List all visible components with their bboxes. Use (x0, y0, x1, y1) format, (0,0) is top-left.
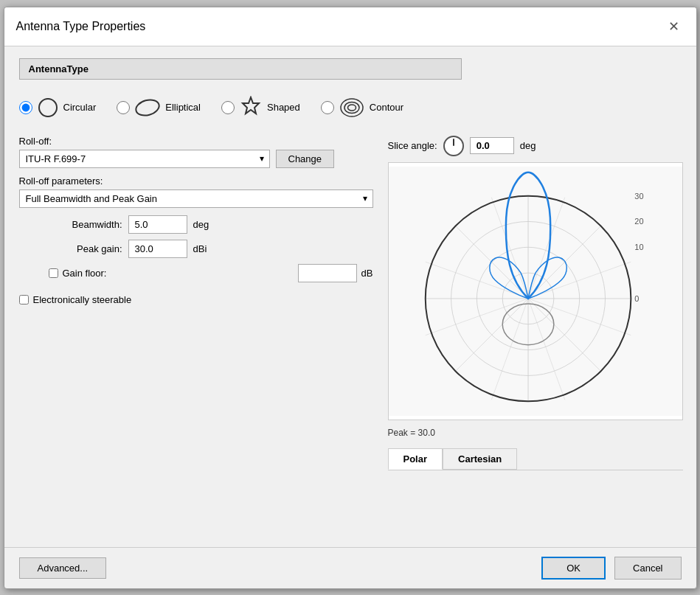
slice-angle-unit: deg (520, 140, 536, 151)
main-content: Roll-off: ITU-R F.699-7 Change Roll-off … (19, 136, 682, 535)
radio-shaped[interactable] (221, 101, 235, 114)
radio-circular-label: Circular (63, 102, 97, 113)
rolloff-row: ITU-R F.699-7 Change (19, 150, 373, 168)
chart-tabs: Polar Cartesian (388, 448, 683, 470)
rolloff-params-label: Roll-off parameters: (19, 175, 373, 187)
shaped-icon (239, 96, 263, 119)
slice-angle-input[interactable] (470, 137, 514, 154)
right-panel: Slice angle: deg (388, 136, 683, 535)
radio-elliptical-label: Elliptical (165, 102, 201, 113)
dialog: Antenna Type Properties ✕ AntennaType Ci… (4, 7, 697, 589)
tab-cartesian[interactable]: Cartesian (443, 448, 517, 470)
beamwidth-row: Beamwidth: deg (49, 215, 373, 234)
gain-floor-unit: dB (361, 268, 373, 279)
advanced-button[interactable]: Advanced... (19, 557, 107, 579)
beamwidth-unit: deg (193, 219, 209, 230)
svg-point-0 (39, 99, 57, 116)
svg-text:0: 0 (634, 293, 639, 302)
dialog-title: Antenna Type Properties (16, 20, 146, 33)
tab-polar[interactable]: Polar (388, 448, 443, 470)
electronically-steerable-row: Electronically steerable (19, 294, 373, 305)
gain-floor-label: Gain floor: (63, 268, 107, 279)
rolloff-params-select-wrapper[interactable]: Full Beamwidth and Peak Gain (19, 189, 373, 208)
change-button[interactable]: Change (276, 150, 335, 168)
svg-text:20: 20 (634, 217, 643, 226)
peak-gain-unit: dBi (193, 243, 207, 254)
rolloff-params-group: Roll-off parameters: Full Beamwidth and … (19, 175, 373, 208)
antenna-type-label: AntennaType (19, 58, 462, 80)
electronically-steerable-checkbox[interactable] (19, 295, 29, 305)
svg-text:30: 30 (634, 191, 643, 200)
rolloff-label: Roll-off: (19, 136, 373, 147)
radio-group-contour[interactable]: Contour (321, 94, 403, 121)
dialog-footer: Advanced... OK Cancel (4, 547, 696, 588)
antenna-type-radio-row: Circular Elliptical (19, 88, 682, 127)
radio-group-circular[interactable]: Circular (19, 97, 97, 119)
cancel-button[interactable]: Cancel (614, 557, 681, 580)
params-grid: Beamwidth: deg Peak gain: dBi Gain floor… (19, 215, 373, 282)
dialog-body: AntennaType Circular (4, 46, 696, 547)
elliptical-icon (134, 97, 161, 118)
polar-chart-svg: 30 20 10 0 (389, 163, 682, 420)
polar-chart: 30 20 10 0 (388, 162, 683, 420)
rolloff-select[interactable]: ITU-R F.699-7 (19, 150, 270, 168)
svg-marker-2 (243, 97, 259, 114)
close-button[interactable]: ✕ (664, 16, 685, 37)
slice-angle-row: Slice angle: deg (388, 136, 683, 156)
rolloff-group: Roll-off: ITU-R F.699-7 Change (19, 136, 373, 168)
electronically-steerable-label: Electronically steerable (33, 294, 132, 305)
ok-button[interactable]: OK (541, 557, 606, 580)
beamwidth-input[interactable] (128, 215, 187, 234)
radio-elliptical[interactable] (117, 101, 130, 114)
contour-icon (339, 94, 365, 121)
slice-angle-label: Slice angle: (388, 140, 437, 151)
gain-floor-row: Gain floor: dB (49, 264, 373, 282)
gain-floor-input[interactable] (298, 264, 357, 282)
footer-buttons: OK Cancel (541, 557, 681, 580)
left-panel: Roll-off: ITU-R F.699-7 Change Roll-off … (19, 136, 373, 535)
svg-point-4 (344, 102, 359, 113)
rolloff-select-wrapper[interactable]: ITU-R F.699-7 (19, 150, 270, 168)
radio-contour[interactable] (321, 101, 334, 114)
peak-gain-row: Peak gain: dBi (49, 240, 373, 258)
svg-point-1 (134, 97, 161, 118)
rolloff-params-select[interactable]: Full Beamwidth and Peak Gain (19, 189, 373, 208)
radio-group-elliptical[interactable]: Elliptical (117, 97, 201, 118)
radio-group-shaped[interactable]: Shaped (221, 96, 300, 119)
circular-icon (37, 97, 59, 119)
radio-shaped-label: Shaped (267, 102, 300, 113)
peak-gain-label: Peak gain: (49, 243, 122, 254)
svg-point-5 (347, 105, 356, 111)
beamwidth-label: Beamwidth: (49, 219, 122, 230)
radio-circular[interactable] (19, 101, 32, 114)
title-bar: Antenna Type Properties ✕ (4, 7, 696, 46)
slice-angle-dial[interactable] (443, 136, 464, 156)
radio-contour-label: Contour (370, 102, 403, 113)
peak-label: Peak = 30.0 (388, 426, 683, 439)
peak-gain-input[interactable] (128, 240, 187, 258)
svg-text:10: 10 (634, 243, 643, 251)
gain-floor-checkbox[interactable] (49, 268, 58, 278)
